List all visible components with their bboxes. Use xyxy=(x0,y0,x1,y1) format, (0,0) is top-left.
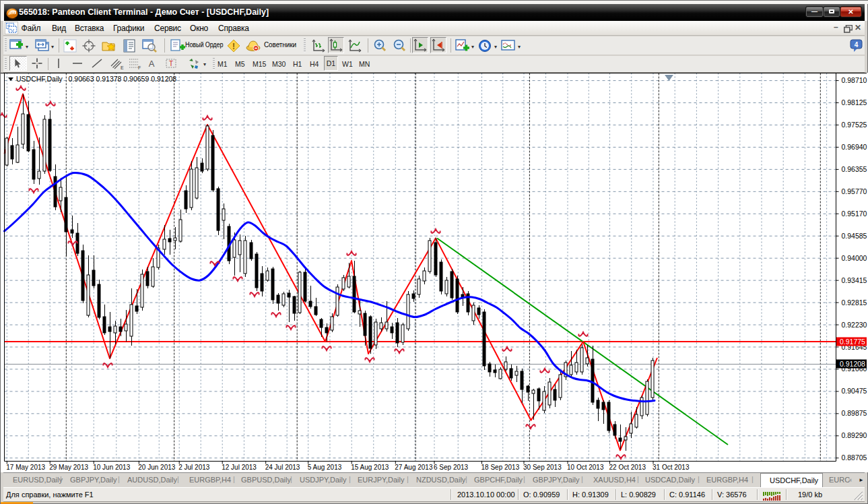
svg-text:24 Jul 2013: 24 Jul 2013 xyxy=(265,464,300,471)
svg-text:0.96355: 0.96355 xyxy=(842,165,867,173)
svg-text:27 Aug 2013: 27 Aug 2013 xyxy=(395,464,433,471)
svg-text:0.89290: 0.89290 xyxy=(842,431,867,439)
svg-text:0.92815: 0.92815 xyxy=(842,298,867,307)
svg-text:10 Oct 2013: 10 Oct 2013 xyxy=(567,464,604,471)
svg-text:22 Oct 2013: 22 Oct 2013 xyxy=(609,464,646,471)
svg-text:0.97525: 0.97525 xyxy=(842,121,867,129)
svg-text:F: F xyxy=(138,65,141,70)
svg-text:USDCHF,Daily 0.90663 0.91378: USDCHF,Daily 0.90663 0.91378 0.90659 0.9… xyxy=(16,75,176,83)
svg-text:17 May 2013: 17 May 2013 xyxy=(6,464,45,471)
svg-text:E: E xyxy=(121,65,124,70)
svg-text:0.93415: 0.93415 xyxy=(842,276,867,284)
svg-text:0.96940: 0.96940 xyxy=(842,143,867,151)
svg-text:10 Jun 2013: 10 Jun 2013 xyxy=(93,464,130,471)
svg-text:15 Aug 2013: 15 Aug 2013 xyxy=(351,464,389,471)
svg-text:31 Oct 2013: 31 Oct 2013 xyxy=(653,464,690,471)
svg-text:0.98125: 0.98125 xyxy=(842,98,867,106)
svg-text:T: T xyxy=(169,60,173,67)
svg-text:0.91775: 0.91775 xyxy=(840,338,865,346)
svg-text:0.89875: 0.89875 xyxy=(842,409,867,417)
svg-text:30 Sep 2013: 30 Sep 2013 xyxy=(523,464,562,471)
svg-text:0.95170: 0.95170 xyxy=(842,210,867,218)
svg-text:0.94000: 0.94000 xyxy=(842,254,867,262)
svg-text:5 Aug 2013: 5 Aug 2013 xyxy=(308,464,342,471)
svg-text:0.95770: 0.95770 xyxy=(842,187,867,195)
svg-text:12 Jul 2013: 12 Jul 2013 xyxy=(222,464,257,471)
svg-text:A: A xyxy=(149,59,155,69)
svg-text:0.94585: 0.94585 xyxy=(842,232,867,240)
svg-text:2 Jul 2013: 2 Jul 2013 xyxy=(178,464,210,471)
svg-text:20 Jun 2013: 20 Jun 2013 xyxy=(138,464,175,471)
svg-text:0.90475: 0.90475 xyxy=(842,387,867,395)
svg-text:4: 4 xyxy=(855,41,859,49)
svg-text:0.88705: 0.88705 xyxy=(842,453,867,462)
svg-text:6 Sep 2013: 6 Sep 2013 xyxy=(434,464,469,471)
svg-text:0.91208: 0.91208 xyxy=(840,360,865,368)
svg-text:0.98710: 0.98710 xyxy=(842,76,867,84)
svg-text:29 May 2013: 29 May 2013 xyxy=(49,464,88,471)
svg-text:18 Sep 2013: 18 Sep 2013 xyxy=(481,464,520,471)
svg-text:!: ! xyxy=(232,42,235,51)
svg-text:0.92230: 0.92230 xyxy=(842,321,867,329)
